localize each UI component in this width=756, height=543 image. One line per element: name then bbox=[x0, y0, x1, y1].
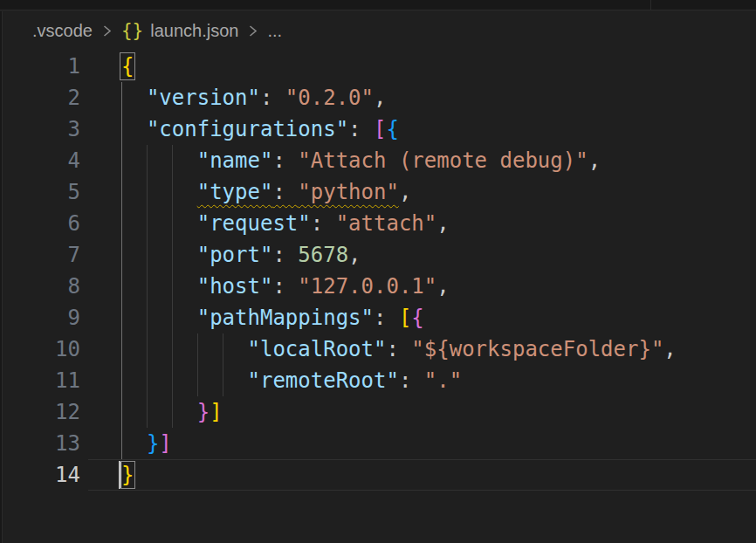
warning-squiggle: "type": "python" bbox=[197, 180, 399, 204]
token-pun: : bbox=[272, 243, 298, 267]
line-number-14[interactable]: 14 bbox=[0, 459, 80, 491]
tab-divider bbox=[650, 0, 651, 10]
code-line-5[interactable]: 5 "type": "python", bbox=[0, 176, 756, 208]
token-key: "request" bbox=[197, 211, 311, 236]
breadcrumb-item-1[interactable]: .vscode bbox=[32, 21, 93, 41]
code-line-7[interactable]: 7 "port": 5678, bbox=[0, 239, 756, 271]
token-pun: : bbox=[272, 180, 298, 204]
token-pun: , bbox=[374, 86, 386, 110]
token-ws bbox=[121, 431, 147, 456]
token-num: 5678 bbox=[298, 243, 348, 267]
code-line-11[interactable]: 11 "remoteRoot": "." bbox=[0, 365, 756, 396]
line-number-12[interactable]: 12 bbox=[0, 396, 80, 428]
chevron-right-icon bbox=[100, 23, 113, 39]
token-ws bbox=[121, 306, 197, 330]
line-content: "version": "0.2.0", bbox=[121, 82, 386, 113]
line-content: { bbox=[121, 51, 134, 82]
breadcrumb-item-2[interactable]: launch.json bbox=[150, 21, 238, 41]
line-number-1[interactable]: 1 bbox=[0, 51, 80, 82]
token-key: "configurations" bbox=[147, 117, 348, 141]
code-line-13[interactable]: 13 }] bbox=[0, 428, 756, 459]
code-line-1[interactable]: 1{ bbox=[0, 51, 756, 82]
line-number-10[interactable]: 10 bbox=[0, 333, 80, 365]
line-number-5[interactable]: 5 bbox=[0, 176, 80, 208]
token-ws bbox=[121, 148, 197, 173]
token-ws bbox=[121, 274, 197, 299]
line-number-13[interactable]: 13 bbox=[0, 428, 80, 459]
json-file-icon: {} bbox=[121, 20, 143, 41]
token-key: "port" bbox=[197, 243, 273, 267]
line-number-8[interactable]: 8 bbox=[0, 271, 80, 302]
line-content: }] bbox=[121, 428, 172, 459]
code-lines: 1{2 "version": "0.2.0",3 "configurations… bbox=[0, 51, 756, 491]
line-number-4[interactable]: 4 bbox=[0, 145, 80, 176]
line-content: "port": 5678, bbox=[121, 239, 361, 271]
editor[interactable]: 1{2 "version": "0.2.0",3 "configurations… bbox=[0, 51, 756, 543]
chevron-right-icon bbox=[246, 23, 259, 39]
code-line-6[interactable]: 6 "request": "attach", bbox=[0, 208, 756, 239]
token-str: "${workspaceFolder}" bbox=[411, 337, 663, 361]
token-str: "Attach (remote debug)" bbox=[298, 148, 588, 173]
code-line-10[interactable]: 10 "localRoot": "${workspaceFolder}", bbox=[0, 333, 756, 365]
token-b3: } bbox=[147, 431, 159, 456]
code-line-3[interactable]: 3 "configurations": [{ bbox=[0, 113, 756, 145]
token-ws bbox=[121, 86, 147, 110]
code-line-12[interactable]: 12 }] bbox=[0, 396, 756, 428]
token-pun: : bbox=[260, 86, 285, 110]
code-line-4[interactable]: 4 "name": "Attach (remote debug)", bbox=[0, 145, 756, 176]
token-key: "host" bbox=[197, 274, 273, 299]
token-pun: : bbox=[374, 306, 399, 330]
token-ws bbox=[121, 117, 147, 141]
line-content: }] bbox=[121, 396, 223, 428]
line-number-6[interactable]: 6 bbox=[0, 208, 80, 239]
code-line-14[interactable]: 14} bbox=[0, 459, 756, 491]
line-number-2[interactable]: 2 bbox=[0, 82, 80, 113]
token-ws bbox=[121, 337, 248, 361]
line-content: "pathMappings": [{ bbox=[121, 302, 424, 333]
line-content: "request": "attach", bbox=[121, 208, 450, 239]
vscode-window: .vscode{}launch.json... 1{2 "version": "… bbox=[0, 0, 756, 543]
line-number-3[interactable]: 3 bbox=[0, 113, 80, 145]
token-pun: : bbox=[272, 148, 298, 173]
token-key: "remoteRoot" bbox=[248, 368, 399, 393]
code-line-9[interactable]: 9 "pathMappings": [{ bbox=[0, 302, 756, 333]
token-ws bbox=[121, 211, 197, 236]
code-line-2[interactable]: 2 "version": "0.2.0", bbox=[0, 82, 756, 113]
matched-bracket: } bbox=[121, 463, 134, 487]
token-key: "name" bbox=[197, 148, 273, 173]
token-str: "0.2.0" bbox=[285, 86, 374, 110]
matched-bracket: { bbox=[121, 54, 134, 79]
token-key: "type" bbox=[197, 180, 273, 204]
token-pun: : bbox=[399, 368, 424, 393]
breadcrumb-item-3[interactable]: ... bbox=[267, 21, 282, 41]
breadcrumb: .vscode{}launch.json... bbox=[32, 11, 282, 50]
token-key: "pathMappings" bbox=[197, 306, 374, 330]
line-content: "localRoot": "${workspaceFolder}", bbox=[121, 333, 677, 365]
token-str: "attach" bbox=[336, 211, 437, 236]
line-content: "type": "python", bbox=[121, 176, 411, 208]
line-content: "host": "127.0.0.1", bbox=[121, 271, 450, 302]
line-number-9[interactable]: 9 bbox=[0, 302, 80, 333]
code-line-8[interactable]: 8 "host": "127.0.0.1", bbox=[0, 271, 756, 302]
token-b1: [ bbox=[399, 306, 411, 330]
token-pun: : bbox=[272, 274, 298, 299]
token-ws bbox=[121, 243, 197, 267]
token-ws bbox=[121, 400, 197, 424]
token-pun: : bbox=[311, 211, 336, 236]
token-pun: , bbox=[663, 337, 676, 361]
token-pun: , bbox=[588, 148, 601, 173]
tab-bar bbox=[0, 0, 756, 10]
token-pun: : bbox=[348, 117, 374, 141]
token-b2: } bbox=[197, 400, 210, 424]
token-b2: [ bbox=[374, 117, 386, 141]
token-key: "localRoot" bbox=[248, 337, 387, 361]
line-number-7[interactable]: 7 bbox=[0, 239, 80, 271]
token-b2: { bbox=[411, 306, 423, 330]
token-pun: : bbox=[386, 337, 411, 361]
line-number-11[interactable]: 11 bbox=[0, 365, 80, 396]
token-b2: ] bbox=[159, 431, 171, 456]
line-content: } bbox=[121, 459, 134, 491]
token-pun: , bbox=[348, 243, 361, 267]
token-str: "." bbox=[424, 368, 462, 393]
token-str: "python" bbox=[298, 180, 399, 204]
